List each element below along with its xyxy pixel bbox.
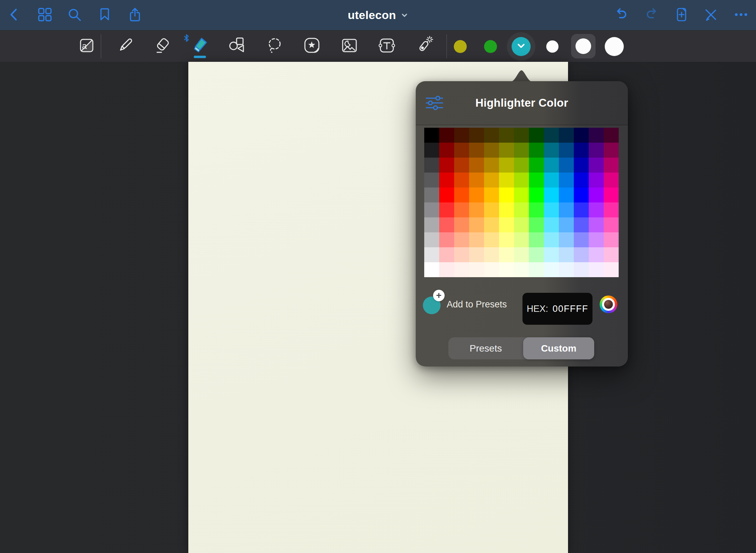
color-cell[interactable] bbox=[559, 173, 574, 188]
color-cell[interactable] bbox=[514, 173, 529, 188]
color-cell[interactable] bbox=[499, 128, 514, 143]
color-cell[interactable] bbox=[574, 217, 589, 232]
color-cell[interactable] bbox=[469, 143, 484, 158]
color-cell[interactable] bbox=[559, 143, 574, 158]
color-cell[interactable] bbox=[439, 143, 454, 158]
redo-button[interactable] bbox=[644, 8, 659, 23]
tool-sticker[interactable] bbox=[303, 37, 322, 56]
document-title[interactable]: utelecon bbox=[348, 0, 408, 30]
color-cell[interactable] bbox=[499, 232, 514, 247]
color-cell[interactable] bbox=[514, 262, 529, 277]
color-cell[interactable] bbox=[469, 262, 484, 277]
search-button[interactable] bbox=[67, 8, 82, 23]
color-cell[interactable] bbox=[574, 143, 589, 158]
color-cell[interactable] bbox=[544, 247, 559, 262]
color-cell[interactable] bbox=[544, 262, 559, 277]
color-cell[interactable] bbox=[439, 232, 454, 247]
color-cell[interactable] bbox=[424, 128, 439, 143]
color-cell[interactable] bbox=[529, 188, 544, 202]
color-cell[interactable] bbox=[469, 217, 484, 232]
color-cell[interactable] bbox=[589, 262, 604, 277]
color-cell[interactable] bbox=[574, 202, 589, 217]
color-cell[interactable] bbox=[514, 202, 529, 217]
add-page-button[interactable] bbox=[674, 8, 689, 23]
color-cell[interactable] bbox=[574, 128, 589, 143]
color-cell[interactable] bbox=[424, 247, 439, 262]
color-cell[interactable] bbox=[439, 247, 454, 262]
tool-eraser[interactable] bbox=[153, 37, 172, 56]
color-cell[interactable] bbox=[529, 232, 544, 247]
color-cell[interactable] bbox=[484, 158, 499, 173]
color-cell[interactable] bbox=[439, 202, 454, 217]
color-cell[interactable] bbox=[514, 143, 529, 158]
color-cell[interactable] bbox=[484, 143, 499, 158]
color-cell[interactable] bbox=[514, 128, 529, 143]
color-cell[interactable] bbox=[439, 128, 454, 143]
color-cell[interactable] bbox=[589, 158, 604, 173]
color-cell[interactable] bbox=[574, 247, 589, 262]
color-cell[interactable] bbox=[529, 217, 544, 232]
color-cell[interactable] bbox=[469, 247, 484, 262]
color-cell[interactable] bbox=[424, 217, 439, 232]
color-cell[interactable] bbox=[529, 247, 544, 262]
tool-pen[interactable] bbox=[116, 37, 135, 56]
color-cell[interactable] bbox=[469, 158, 484, 173]
color-cell[interactable] bbox=[484, 173, 499, 188]
color-cell[interactable] bbox=[424, 143, 439, 158]
color-cell[interactable] bbox=[589, 173, 604, 188]
color-cell[interactable] bbox=[559, 128, 574, 143]
color-cell[interactable] bbox=[484, 247, 499, 262]
color-cell[interactable] bbox=[499, 247, 514, 262]
color-cell[interactable] bbox=[499, 173, 514, 188]
color-cell[interactable] bbox=[604, 202, 619, 217]
tool-laser-pointer[interactable] bbox=[415, 37, 434, 56]
color-cell[interactable] bbox=[469, 202, 484, 217]
color-cell[interactable] bbox=[454, 232, 469, 247]
color-swatch-green[interactable] bbox=[484, 40, 497, 53]
color-cell[interactable] bbox=[604, 232, 619, 247]
color-cell[interactable] bbox=[574, 262, 589, 277]
color-cell[interactable] bbox=[604, 217, 619, 232]
color-cell[interactable] bbox=[529, 173, 544, 188]
color-cell[interactable] bbox=[529, 202, 544, 217]
color-cell[interactable] bbox=[544, 128, 559, 143]
color-cell[interactable] bbox=[484, 217, 499, 232]
color-cell[interactable] bbox=[424, 262, 439, 277]
color-cell[interactable] bbox=[589, 143, 604, 158]
color-cell[interactable] bbox=[499, 143, 514, 158]
color-cell[interactable] bbox=[589, 188, 604, 202]
color-cell[interactable] bbox=[454, 262, 469, 277]
color-cell[interactable] bbox=[604, 143, 619, 158]
color-cell[interactable] bbox=[574, 232, 589, 247]
color-cell[interactable] bbox=[424, 188, 439, 202]
color-cell[interactable] bbox=[454, 173, 469, 188]
more-button[interactable] bbox=[734, 8, 749, 23]
share-button[interactable] bbox=[127, 8, 142, 23]
color-cell[interactable] bbox=[559, 188, 574, 202]
color-cell[interactable] bbox=[499, 217, 514, 232]
back-button[interactable] bbox=[7, 8, 22, 23]
page-grid-button[interactable] bbox=[37, 8, 52, 23]
tool-image[interactable] bbox=[340, 37, 359, 56]
color-cell[interactable] bbox=[604, 128, 619, 143]
color-cell[interactable] bbox=[439, 158, 454, 173]
color-cell[interactable] bbox=[499, 188, 514, 202]
color-cell[interactable] bbox=[574, 188, 589, 202]
tool-lasso[interactable] bbox=[265, 37, 284, 56]
color-cell[interactable] bbox=[574, 173, 589, 188]
color-cell[interactable] bbox=[559, 202, 574, 217]
color-cell[interactable] bbox=[454, 143, 469, 158]
color-cell[interactable] bbox=[424, 232, 439, 247]
color-cell[interactable] bbox=[439, 173, 454, 188]
color-cell[interactable] bbox=[469, 188, 484, 202]
color-cell[interactable] bbox=[544, 232, 559, 247]
size-medium-selected[interactable] bbox=[571, 34, 596, 58]
undo-button[interactable] bbox=[614, 8, 629, 23]
color-cell[interactable] bbox=[484, 232, 499, 247]
color-cell[interactable] bbox=[514, 217, 529, 232]
color-cell[interactable] bbox=[439, 188, 454, 202]
color-cell[interactable] bbox=[574, 158, 589, 173]
color-cell[interactable] bbox=[529, 262, 544, 277]
color-cell[interactable] bbox=[604, 158, 619, 173]
color-cell[interactable] bbox=[544, 143, 559, 158]
